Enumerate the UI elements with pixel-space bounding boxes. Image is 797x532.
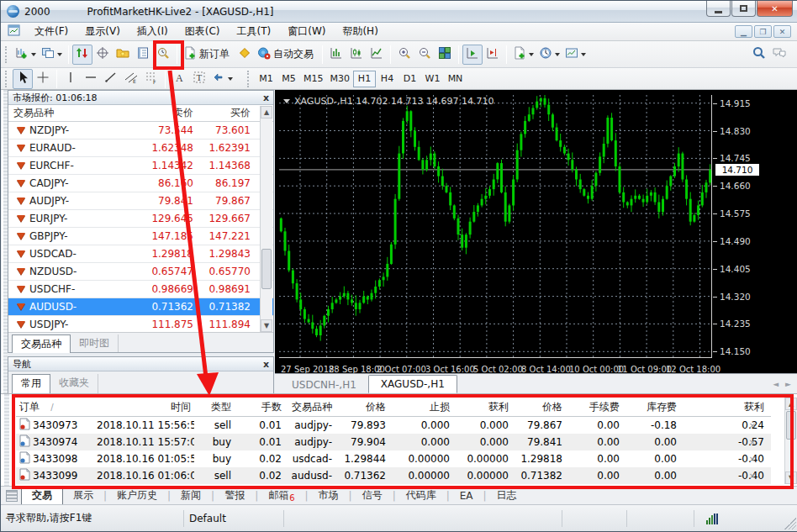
- timeframe-mn-button[interactable]: MN: [444, 71, 467, 87]
- close-order-icon[interactable]: ✕: [746, 438, 759, 447]
- chart-tab-xagusd[interactable]: XAGUSD-,H1: [368, 375, 457, 393]
- orders-column-type[interactable]: 类型: [194, 400, 235, 414]
- trendline-button[interactable]: [101, 69, 121, 89]
- order-row[interactable]: 34330992018.10.16 01:06:05sell0.02audusd…: [16, 467, 771, 484]
- tab-common[interactable]: 常用: [12, 374, 50, 393]
- tab-tick-chart[interactable]: 即时图: [71, 334, 119, 352]
- bottom-tab-10[interactable]: 日志: [487, 487, 527, 504]
- bottom-tab-3[interactable]: 新闻: [171, 487, 211, 504]
- menu-item-6[interactable]: 帮助(H): [334, 23, 386, 40]
- equidistant-channel-button[interactable]: E: [121, 69, 141, 89]
- order-row[interactable]: 34330982018.10.16 01:05:54buy0.02usdcad-…: [16, 450, 771, 467]
- menu-item-2[interactable]: 插入(I): [129, 23, 177, 40]
- order-row[interactable]: 34309742018.10.11 15:57:08buy0.01audjpy-…: [16, 434, 771, 450]
- text-label-button[interactable]: T: [189, 69, 209, 89]
- tab-symbols[interactable]: 交易品种: [12, 334, 71, 353]
- market-watch-row[interactable]: CADJPY-86.16086.197: [8, 175, 273, 192]
- orders-column-price[interactable]: 价格: [335, 400, 389, 414]
- indicators-button[interactable]: [510, 45, 536, 65]
- market-watch-row[interactable]: USDCAD-1.298181.29843: [8, 245, 273, 263]
- bottom-tab-6[interactable]: 市场: [309, 487, 349, 504]
- panel-grip[interactable]: [3, 394, 9, 486]
- resize-grip[interactable]: [784, 518, 796, 529]
- new-chart-dropdown-icon[interactable]: [31, 53, 36, 56]
- navigator-button[interactable]: [113, 45, 133, 65]
- market-watch-row[interactable]: NZDJPY-73.54473.601: [8, 122, 273, 140]
- zoom-in-button[interactable]: [394, 45, 414, 65]
- new-chart-button[interactable]: [13, 45, 39, 65]
- tile-windows-button[interactable]: [435, 45, 455, 65]
- orders-column-profit[interactable]: 获利: [680, 400, 768, 414]
- auto-scroll-button[interactable]: [462, 45, 483, 65]
- bottom-tab-7[interactable]: 信号: [352, 487, 393, 504]
- tab-favorites[interactable]: 收藏夹: [50, 374, 98, 393]
- scroll-down-icon[interactable]: ▼: [261, 319, 272, 332]
- terminal-button[interactable]: [133, 45, 153, 65]
- timeframe-w1-button[interactable]: W1: [421, 71, 444, 87]
- orders-column-swap[interactable]: 库存费: [623, 400, 680, 414]
- crosshair-button[interactable]: [33, 69, 53, 89]
- candlestick-chart-button[interactable]: [346, 45, 367, 65]
- market-watch-row[interactable]: EURJPY-129.645129.667: [8, 210, 273, 228]
- data-window-button[interactable]: [92, 45, 113, 65]
- periods-dropdown-icon[interactable]: [555, 53, 560, 56]
- bottom-tab-9[interactable]: EA: [450, 488, 483, 503]
- menu-item-5[interactable]: 窗口(W): [279, 23, 334, 40]
- orders-column-commission[interactable]: 手续费: [566, 400, 623, 414]
- tab-scroll-left-icon[interactable]: ◄: [773, 380, 779, 388]
- bottom-tab-0[interactable]: 交易: [21, 486, 63, 505]
- close-button[interactable]: ✕: [757, 1, 793, 17]
- bottom-tab-5[interactable]: 邮箱6: [258, 487, 304, 504]
- vertical-line-button[interactable]: [61, 69, 81, 89]
- menu-item-4[interactable]: 工具(T): [229, 23, 280, 40]
- market-watch-row[interactable]: AUDJPY-79.84179.867: [8, 192, 273, 210]
- navigator-close-icon[interactable]: x: [263, 359, 269, 370]
- market-watch-row[interactable]: AUDUSD-0.713620.71382: [8, 298, 273, 316]
- timeframe-m5-button[interactable]: M5: [277, 71, 300, 87]
- close-order-icon[interactable]: ✕: [746, 421, 759, 430]
- orders-column-order[interactable]: 订单 /: [16, 400, 93, 414]
- child-minimize-button[interactable]: ▁: [735, 25, 752, 38]
- timeframe-m30-button[interactable]: M30: [327, 71, 354, 87]
- search-button[interactable]: [749, 45, 769, 65]
- chart-tab-usdcnh[interactable]: USDCNH-,H1: [280, 377, 368, 393]
- panel-grip[interactable]: [2, 90, 8, 393]
- menu-item-1[interactable]: 显示(V): [77, 23, 129, 40]
- market-watch-scrollbar[interactable]: ▲ ▼: [260, 106, 272, 332]
- order-row[interactable]: 34309732018.10.11 15:56:55sell0.01audjpy…: [16, 417, 771, 434]
- orders-column-lots[interactable]: 手数: [235, 400, 285, 414]
- orders-column-symbol[interactable]: 交易品种: [285, 400, 335, 414]
- market-watch-button[interactable]: [72, 45, 92, 65]
- market-watch-row[interactable]: USDJPY-111.875111.894: [8, 316, 273, 334]
- minimize-button[interactable]: [706, 1, 731, 17]
- new-order-button[interactable]: 新订单: [181, 45, 235, 65]
- timeframe-m15-button[interactable]: M15: [300, 71, 327, 87]
- orders-column-sl[interactable]: 止损: [389, 400, 453, 414]
- chart-shift-button[interactable]: [483, 45, 503, 65]
- metaeditor-button[interactable]: [235, 45, 255, 65]
- scroll-thumb[interactable]: [261, 249, 272, 289]
- bar-chart-button[interactable]: [326, 45, 346, 65]
- scroll-thumb[interactable]: [786, 411, 796, 440]
- bottom-tab-1[interactable]: 展示: [63, 487, 103, 504]
- close-order-icon[interactable]: ✕: [746, 471, 759, 481]
- zoom-out-button[interactable]: [414, 45, 435, 65]
- text-button[interactable]: A: [169, 69, 189, 89]
- scroll-up-icon[interactable]: ▲: [785, 398, 797, 410]
- tab-scroll-right-icon[interactable]: ►: [785, 380, 791, 388]
- bottom-tab-8[interactable]: 代码库: [396, 487, 446, 504]
- toolbar-grip[interactable]: [5, 71, 8, 87]
- templates-dropdown-icon[interactable]: [581, 53, 586, 56]
- arrows-button[interactable]: [209, 69, 235, 89]
- cursor-button[interactable]: [13, 69, 33, 89]
- arrows-dropdown-icon[interactable]: [228, 77, 233, 81]
- profiles-button[interactable]: [39, 45, 65, 65]
- market-watch-row[interactable]: EURAUD-1.623481.62391: [8, 140, 273, 157]
- column-ask[interactable]: 买价: [193, 106, 254, 120]
- market-watch-row[interactable]: GBPJPY-147.185147.221: [8, 228, 273, 245]
- bottom-tab-2[interactable]: 账户历史: [107, 487, 167, 504]
- column-symbol[interactable]: 交易品种: [8, 106, 122, 120]
- maximize-button[interactable]: [731, 1, 756, 17]
- child-restore-button[interactable]: ❐: [754, 25, 772, 38]
- menu-item-0[interactable]: 文件(F): [26, 23, 77, 40]
